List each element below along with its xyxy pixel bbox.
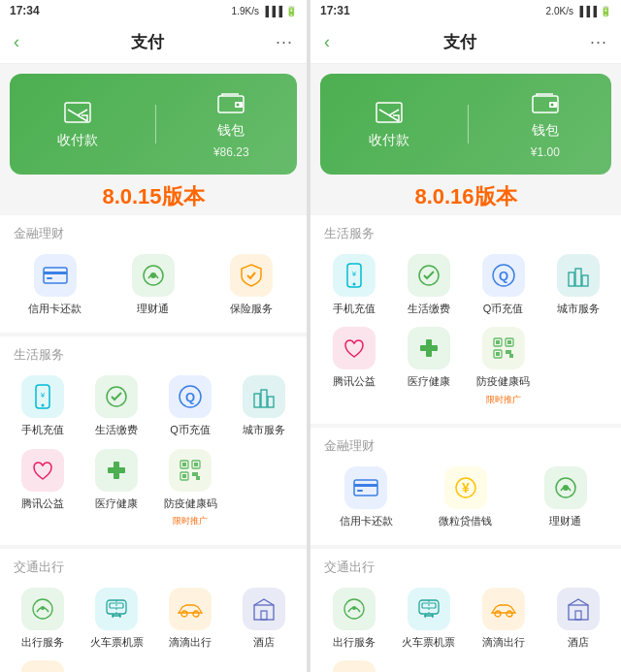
svg-text:Q: Q <box>185 390 195 404</box>
left-green-card: 收付款 钱包 ¥86.23 <box>10 74 297 175</box>
left-qcoin-label: Q币充值 <box>170 423 211 436</box>
left-back-button[interactable]: ‹ <box>14 32 19 52</box>
left-licaitong-icon <box>132 254 175 297</box>
svg-rect-41 <box>254 605 274 620</box>
svg-rect-30 <box>196 472 198 476</box>
svg-line-48 <box>389 115 399 121</box>
svg-point-32 <box>41 606 45 610</box>
right-charity-icon <box>333 327 376 369</box>
right-didi-label: 滴滴出行 <box>482 635 525 649</box>
right-hotel-label: 酒店 <box>568 635 589 649</box>
right-tencent-charity[interactable]: 腾讯公益 <box>316 323 391 413</box>
svg-rect-73 <box>354 484 377 487</box>
left-utility-label: 生活缴费 <box>95 423 138 436</box>
right-ruqi[interactable]: 如祺出行 限时推广 <box>316 656 391 672</box>
right-licaitong[interactable]: 理财通 <box>515 463 615 535</box>
left-train[interactable]: 火车票机票 <box>80 584 153 656</box>
svg-rect-66 <box>507 340 511 344</box>
right-licaitong-label: 理财通 <box>549 514 581 528</box>
right-loan-label: 微粒贷借钱 <box>439 514 492 528</box>
left-panel: 17:34 1.9K/s ▐▐▐ 🔋 ‹ 支付 ··· 收付款 <box>0 0 307 672</box>
right-utility[interactable]: 生活缴费 <box>391 250 466 323</box>
svg-point-11 <box>42 404 45 407</box>
right-hotel-icon <box>557 588 600 630</box>
left-didi[interactable]: 滴滴出行 <box>153 584 227 656</box>
right-healthcode-label: 防疫健康码 <box>476 374 530 388</box>
right-transport-section: 交通出行 出行服务 火车票机票 <box>310 549 621 672</box>
left-healthcode-sub: 限时推广 <box>173 515 208 528</box>
left-hotel-icon <box>243 588 285 630</box>
left-transport-grid: 出行服务 火车票机票 滴滴出行 <box>0 584 307 672</box>
svg-point-80 <box>352 606 356 610</box>
left-transport-title: 交通出行 <box>0 559 307 584</box>
svg-rect-0 <box>65 103 90 122</box>
left-licaitong[interactable]: 理财通 <box>104 250 202 323</box>
right-transport-grid: 出行服务 火车票机票 滴滴出行 <box>310 584 621 672</box>
svg-text:¥: ¥ <box>350 270 356 278</box>
right-medical[interactable]: 医疗健康 <box>391 323 466 413</box>
right-credit-card[interactable]: 信用卡还款 <box>316 463 416 535</box>
right-more-button[interactable]: ··· <box>590 32 607 52</box>
left-time: 17:34 <box>10 4 40 17</box>
left-wallet-amount: ¥86.23 <box>213 145 249 159</box>
left-city-icon <box>243 375 285 418</box>
left-health-code[interactable]: 防疫健康码 限时推广 <box>153 445 227 535</box>
left-didi-icon <box>169 588 212 630</box>
left-mobile-icon: ¥ <box>21 375 64 418</box>
left-receive-item[interactable]: 收付款 <box>57 99 98 149</box>
right-qcoin-icon: Q <box>482 254 525 297</box>
right-didi[interactable]: 滴滴出行 <box>466 584 540 656</box>
left-medical[interactable]: 医疗健康 <box>80 445 153 535</box>
left-travel[interactable]: 出行服务 <box>6 584 80 656</box>
right-panel: 17:31 2.0K/s ▐▐▐ 🔋 ‹ 支付 ··· 收付款 <box>310 0 621 672</box>
left-city-label: 城市服务 <box>243 423 285 436</box>
svg-rect-58 <box>569 272 574 286</box>
left-wallet-item[interactable]: 钱包 ¥86.23 <box>213 89 249 159</box>
right-transport-title: 交通出行 <box>310 559 621 584</box>
right-train[interactable]: 火车票机票 <box>391 584 466 656</box>
svg-point-87 <box>495 611 501 617</box>
right-train-label: 火车票机票 <box>402 635 455 649</box>
left-finance-section: 金融理财 信用卡还款 理财通 <box>0 215 307 333</box>
left-medical-label: 医疗健康 <box>95 496 138 510</box>
right-health-code[interactable]: 防疫健康码 限时推广 <box>466 323 540 413</box>
left-status-icons: 1.9K/s ▐▐▐ 🔋 <box>232 6 297 16</box>
left-city[interactable]: 城市服务 <box>227 371 301 444</box>
left-page-title: 支付 <box>131 31 164 53</box>
left-utility-icon <box>95 375 138 418</box>
left-finance-title: 金融理财 <box>0 225 307 250</box>
right-receive-item[interactable]: 收付款 <box>369 99 409 149</box>
left-utility[interactable]: 生活缴费 <box>80 371 153 444</box>
left-hotel[interactable]: 酒店 <box>227 584 301 656</box>
svg-rect-62 <box>420 345 438 351</box>
left-travel-icon <box>21 588 64 630</box>
right-wallet-item[interactable]: 钱包 ¥1.00 <box>528 89 563 159</box>
right-weili-loan[interactable]: ¥ 微粒贷借钱 <box>416 463 516 535</box>
left-ruqi[interactable]: 如祺出行 限时推广 <box>6 656 80 672</box>
right-mobile-label: 手机充值 <box>333 302 376 315</box>
right-medical-icon <box>408 327 450 369</box>
right-green-card: 收付款 钱包 ¥1.00 <box>320 74 611 175</box>
right-city[interactable]: 城市服务 <box>540 250 615 323</box>
left-tencent-charity[interactable]: 腾讯公益 <box>6 445 80 535</box>
right-back-button[interactable]: ‹ <box>324 32 330 52</box>
svg-rect-89 <box>569 605 588 620</box>
right-qcoin[interactable]: Q Q币充值 <box>466 250 540 323</box>
left-mobile-recharge[interactable]: ¥ 手机充值 <box>6 371 80 444</box>
left-ruqi-icon <box>21 660 64 672</box>
right-travel[interactable]: 出行服务 <box>316 584 391 656</box>
left-qcoin[interactable]: Q Q币充值 <box>153 371 227 444</box>
svg-rect-74 <box>357 490 363 492</box>
right-travel-label: 出行服务 <box>333 635 376 649</box>
right-page-title: 支付 <box>443 31 476 53</box>
left-credit-card[interactable]: 信用卡还款 <box>6 250 104 323</box>
svg-rect-16 <box>254 394 260 407</box>
left-insurance[interactable]: 保险服务 <box>203 250 301 323</box>
left-more-button[interactable]: ··· <box>276 32 293 52</box>
right-didi-icon <box>482 588 525 630</box>
right-hotel[interactable]: 酒店 <box>540 584 615 656</box>
right-qcoin-label: Q币充值 <box>483 302 524 315</box>
left-healthcode-label: 防疫健康码 <box>164 496 217 510</box>
right-mobile-recharge[interactable]: ¥ 手机充值 <box>316 250 391 323</box>
svg-rect-64 <box>496 340 500 344</box>
